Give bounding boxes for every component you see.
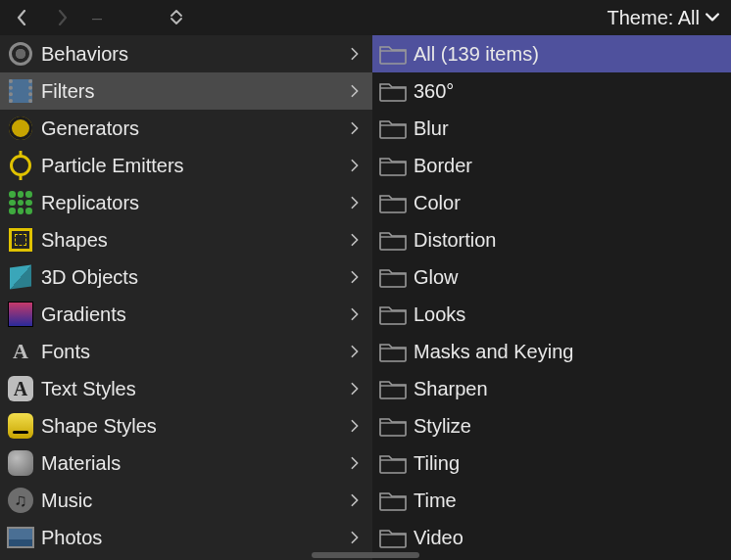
subcategory-label: Blur (414, 117, 731, 140)
category-label: Fonts (41, 341, 347, 363)
category-label: Replicators (41, 192, 347, 214)
category-label: Particle Emitters (41, 155, 347, 177)
nav-back-button[interactable] (10, 6, 33, 29)
subcategory-row[interactable]: Border (372, 147, 731, 184)
chevron-right-icon (347, 456, 363, 470)
subcategory-row[interactable]: Blur (372, 110, 731, 147)
subcategory-label: Time (414, 490, 731, 512)
category-row-generators[interactable]: Generators (0, 110, 372, 147)
subcategory-row[interactable]: Glow (372, 258, 731, 296)
library-browser: BehaviorsFiltersGeneratorsParticle Emitt… (0, 35, 731, 560)
subcategory-row[interactable]: Looks (372, 296, 731, 333)
subcategory-label: Stylize (414, 415, 731, 438)
sort-stepper[interactable] (171, 9, 182, 25)
scrollbar-thumb[interactable] (312, 552, 419, 558)
horizontal-scrollbar[interactable] (0, 552, 731, 558)
generators-icon (6, 114, 35, 143)
folder-icon (378, 300, 408, 329)
chevron-right-icon (347, 121, 363, 135)
chevron-right-icon (347, 84, 363, 98)
folder-icon (378, 188, 408, 217)
chevron-right-icon (347, 196, 363, 210)
chevron-right-icon (347, 419, 363, 433)
subcategory-row[interactable]: Masks and Keying (372, 333, 731, 370)
folder-icon (378, 411, 408, 441)
music-icon: ♫ (6, 486, 35, 515)
subcategory-label: Video (414, 527, 731, 549)
category-label: Generators (41, 117, 347, 140)
subcategory-row[interactable]: Time (372, 482, 731, 519)
subcategory-label: All (139 items) (414, 43, 731, 66)
chevron-right-icon (347, 493, 363, 507)
subcategory-column: All (139 items)360°BlurBorderColorDistor… (372, 35, 731, 560)
subcategory-row[interactable]: Stylize (372, 407, 731, 444)
subcategory-label: Masks and Keying (414, 341, 731, 363)
category-row-shapestyles[interactable]: Shape Styles (0, 407, 372, 444)
category-label: Text Styles (41, 378, 347, 400)
subcategory-label: Distortion (414, 229, 731, 252)
folder-icon (378, 114, 408, 143)
folder-icon (378, 151, 408, 180)
folder-icon (378, 262, 408, 292)
category-label: Music (41, 490, 347, 512)
materials-icon (6, 448, 35, 478)
category-label: Shapes (41, 229, 347, 252)
photos-icon (6, 523, 35, 552)
chevron-down-icon (706, 13, 719, 23)
category-row-replicators[interactable]: Replicators (0, 184, 372, 221)
chevron-right-icon (347, 307, 363, 321)
category-row-behaviors[interactable]: Behaviors (0, 35, 372, 72)
chevron-right-icon (347, 531, 363, 544)
chevron-right-icon (347, 233, 363, 247)
folder-icon (378, 39, 408, 69)
chevron-right-icon (347, 382, 363, 396)
category-row-shapes[interactable]: Shapes (0, 221, 372, 258)
category-label: Materials (41, 452, 347, 475)
subcategory-label: Tiling (414, 452, 731, 475)
theme-picker-label: Theme: All (608, 7, 700, 29)
textstyles-icon: A (6, 374, 35, 403)
chevron-right-icon (347, 47, 363, 61)
subcategory-row[interactable]: Distortion (372, 221, 731, 258)
subcategory-label: Glow (414, 266, 731, 289)
category-row-filters[interactable]: Filters (0, 72, 372, 110)
fonts-icon: A (6, 337, 35, 366)
category-row-particles[interactable]: Particle Emitters (0, 147, 372, 184)
category-row-gradients[interactable]: Gradients (0, 296, 372, 333)
particles-icon (6, 151, 35, 180)
subcategory-row[interactable]: Color (372, 184, 731, 221)
folder-icon (378, 448, 408, 478)
subcategory-label: Color (414, 192, 731, 214)
category-row-materials[interactable]: Materials (0, 444, 372, 482)
chevron-left-icon (16, 10, 27, 25)
chevron-down-icon (171, 18, 182, 25)
category-label: Filters (41, 80, 347, 103)
shapes-icon (6, 225, 35, 255)
subcategory-label: Border (414, 155, 731, 177)
nav-forward-button[interactable] (51, 6, 74, 29)
filters-icon (6, 76, 35, 106)
theme-picker[interactable]: Theme: All (608, 7, 721, 29)
3dobjects-icon (6, 262, 35, 292)
chevron-right-icon (57, 10, 69, 25)
shapestyles-icon (6, 411, 35, 441)
category-row-3dobjects[interactable]: 3D Objects (0, 258, 372, 296)
category-row-fonts[interactable]: AFonts (0, 333, 372, 370)
category-label: Photos (41, 527, 347, 549)
subcategory-label: 360° (414, 80, 731, 103)
category-column: BehaviorsFiltersGeneratorsParticle Emitt… (0, 35, 372, 560)
subcategory-row[interactable]: Video (372, 519, 731, 556)
subcategory-row[interactable]: Sharpen (372, 370, 731, 407)
category-row-music[interactable]: ♫Music (0, 482, 372, 519)
behaviors-icon (6, 39, 35, 69)
subcategory-row[interactable]: All (139 items) (372, 35, 731, 72)
toolbar: – Theme: All (0, 0, 731, 35)
category-row-textstyles[interactable]: AText Styles (0, 370, 372, 407)
subcategory-label: Looks (414, 303, 731, 326)
category-row-photos[interactable]: Photos (0, 519, 372, 556)
subcategory-row[interactable]: Tiling (372, 444, 731, 482)
subcategory-row[interactable]: 360° (372, 72, 731, 110)
chevron-right-icon (347, 345, 363, 358)
chevron-right-icon (347, 159, 363, 172)
chevron-right-icon (347, 270, 363, 284)
